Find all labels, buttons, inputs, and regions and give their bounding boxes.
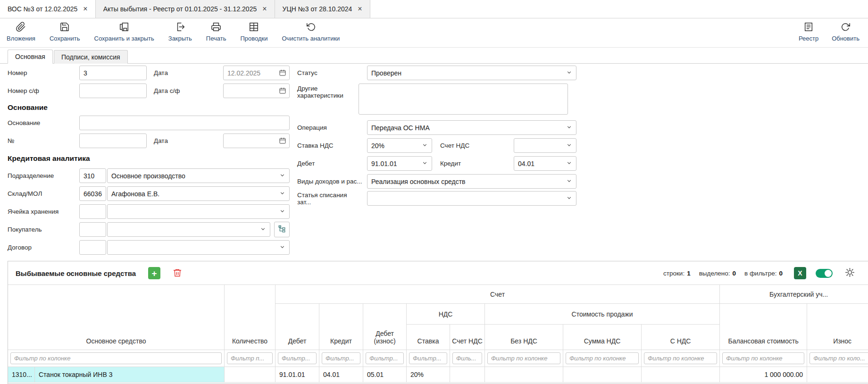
nomer-sf-input[interactable] [79,83,147,98]
filter-balans-input[interactable] [722,352,804,364]
registry-button[interactable]: Реестр [799,22,818,42]
grid-settings-button[interactable] [845,267,855,279]
row-dogovor: Договор [8,240,290,255]
cell-bez-nds[interactable] [485,367,563,383]
podrazdelenie-code-input[interactable] [79,168,106,183]
row-nomer-sf: Номер с/ф Дата с/ф [8,83,290,98]
table-row[interactable]: 1310... Станок токарный ИНВ 3 91.01.01 0… [8,367,868,383]
column-header-debit-iznos[interactable]: Дебет (износ) [363,304,407,350]
cell-qty[interactable] [225,367,275,383]
export-excel-button[interactable]: X [794,267,806,279]
close-icon[interactable]: × [262,5,267,13]
kredit-select[interactable]: 04.01 [514,156,576,171]
cell-balans[interactable]: 1 000 000.00 [720,367,807,383]
refresh-button[interactable]: Обновить [832,22,860,42]
add-row-button[interactable]: + [148,267,160,279]
save-and-close-button[interactable]: Сохранить и закрыть [94,22,154,42]
column-header-stavka[interactable]: Ставка [407,325,450,350]
dogovor-select[interactable] [107,240,290,255]
cell-s-nds[interactable] [642,367,720,383]
doc-tab-akty[interactable]: Акты выбытия - Реестр от 01.01.2025 - 31… [96,0,275,18]
filter-qty-input[interactable] [227,352,273,364]
column-header-s-nds[interactable]: С НДС [642,325,720,350]
rows-count: строки:1 [663,270,691,277]
close-icon[interactable]: × [358,5,362,13]
chevron-down-icon [260,226,266,234]
attachments-button[interactable]: Вложения [7,22,35,42]
cell-stavka[interactable]: 20% [407,367,450,383]
statya-spisaniya-select[interactable] [367,191,576,206]
cell-summa-nds[interactable] [563,367,642,383]
osnovanie-input[interactable] [79,116,290,130]
column-header-bez-nds[interactable]: Без НДС [485,325,563,350]
column-header-credit[interactable]: Кредит [319,304,363,350]
operaciya-select[interactable]: Передача ОС НМА [367,120,576,135]
doc-tab-ucn[interactable]: УЦН №3 от 28.10.2024 × [275,0,370,18]
nomer-input[interactable] [79,66,147,80]
ledger-grid-icon [249,22,259,33]
print-button[interactable]: Печать [206,22,226,42]
chevron-down-icon [566,160,572,167]
dogovor-code-input[interactable] [79,240,106,255]
schet-nds-select[interactable] [514,138,576,153]
sklad-code-input[interactable] [79,186,106,201]
close-document-button[interactable]: Закрыть [168,22,192,42]
stavka-nds-select[interactable]: 20% [367,138,432,153]
postings-button[interactable]: Проводки [240,22,267,42]
delete-row-button[interactable] [173,268,182,279]
status-select[interactable]: Проверен [367,66,576,80]
cell-debit-iznos[interactable]: 05.01 [363,367,407,383]
no-input[interactable] [79,134,147,148]
column-header-summa-nds[interactable]: Сумма НДС [563,325,642,350]
podrazdelenie-select[interactable]: Основное производство [107,168,290,183]
grid-toggle-switch[interactable] [816,269,833,278]
close-icon[interactable]: × [83,5,87,13]
cell-asset-name[interactable]: Станок токарный ИНВ 3 [35,367,225,383]
clear-analytics-button[interactable]: Очистить аналитики [282,22,340,42]
row-status: Статус Проверен [297,66,576,80]
doc-tab-vos[interactable]: ВОС №3 от 12.02.2025 × [0,0,96,18]
filter-asset-input[interactable] [10,352,222,364]
pokupatel-hierarchy-button[interactable] [274,222,290,237]
drugie-textarea[interactable] [359,83,568,115]
column-header-iznos[interactable]: Износ [807,304,868,350]
filter-debit-iznos-input[interactable] [366,352,404,364]
pokupatel-select[interactable] [107,222,270,237]
cell-credit[interactable]: 04.01 [319,367,363,383]
debet-select[interactable]: 91.01.01 [367,156,432,171]
filter-schet-nds-input[interactable] [452,352,482,364]
column-header-asset[interactable]: Основное средство [8,285,225,350]
sklad-select[interactable]: Агафонова Е.В. [107,186,290,201]
cell-debit[interactable]: 91.01.01 [275,367,319,383]
tab-osnovnaya[interactable]: Основная [8,50,53,64]
yacheyka-select[interactable] [107,204,290,219]
yacheyka-code-input[interactable] [79,204,106,219]
cell-schet-nds[interactable] [450,367,485,383]
column-header-qty[interactable]: Количество [225,285,275,350]
pokupatel-code-input[interactable] [79,222,106,237]
chevron-down-icon [279,244,285,251]
filter-summa-nds-input[interactable] [566,352,639,364]
column-header-balans[interactable]: Балансовая стоимость [720,304,807,350]
filter-s-nds-input[interactable] [644,352,717,364]
calendar-icon[interactable] [279,137,286,146]
save-button[interactable]: Сохранить [50,22,80,42]
data2-datebox [223,134,290,148]
cell-iznos[interactable] [807,367,868,383]
filter-debit-input[interactable] [278,352,317,364]
filter-iznos-input[interactable] [810,352,868,364]
doc-tab-label: УЦН №3 от 28.10.2024 [283,5,352,13]
chevron-down-icon [566,195,572,202]
section-credit-analytics: Кредитовая аналитика [8,154,90,163]
calendar-icon[interactable] [279,69,286,78]
filter-credit-input[interactable] [322,352,360,364]
column-header-debit[interactable]: Дебет [275,304,319,350]
tab-podpisi-komissiya[interactable]: Подписи, комиссия [54,50,128,64]
calendar-icon[interactable] [279,87,286,96]
filter-stavka-input[interactable] [409,352,447,364]
filter-bez-nds-input[interactable] [487,352,560,364]
row-osnovanie: Основание [8,116,290,130]
column-header-schet-nds[interactable]: Счет НДС [450,325,485,350]
vidy-dohodov-select[interactable]: Реализация основных средств [367,174,576,189]
cell-asset-code[interactable]: 1310... [8,367,35,383]
